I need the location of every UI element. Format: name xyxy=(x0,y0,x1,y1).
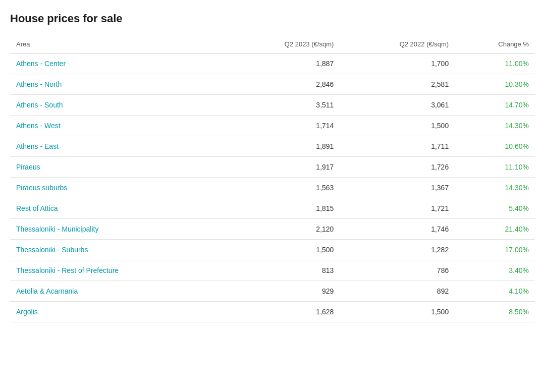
table-header-row: Area Q2 2023 (€/sqm) Q2 2022 (€/sqm) Cha… xyxy=(10,35,535,53)
q2-2023-cell: 1,714 xyxy=(225,116,340,136)
q2-2022-cell: 2,581 xyxy=(340,74,455,95)
area-cell[interactable]: Piraeus suburbs xyxy=(10,178,225,198)
change-cell: 14.30% xyxy=(455,178,535,198)
q2-2023-cell: 1,917 xyxy=(225,157,340,178)
table-row: Athens - South3,5113,06114.70% xyxy=(10,95,535,116)
table-row: Athens - East1,8911,71110.60% xyxy=(10,136,535,157)
change-cell: 10.60% xyxy=(455,136,535,157)
change-cell: 11.00% xyxy=(455,53,535,74)
q2-2023-cell: 1,815 xyxy=(225,198,340,219)
area-cell[interactable]: Athens - North xyxy=(10,74,225,95)
q2-2022-cell: 1,367 xyxy=(340,178,455,198)
q2-2023-cell: 1,628 xyxy=(225,302,340,322)
table-row: Thessaloniki - Rest of Prefecture8137863… xyxy=(10,260,535,281)
q2-2022-cell: 1,711 xyxy=(340,136,455,157)
q2-2022-cell: 1,500 xyxy=(340,116,455,136)
header-area: Area xyxy=(10,35,225,53)
header-change: Change % xyxy=(455,35,535,53)
page-title: House prices for sale xyxy=(10,12,535,25)
q2-2022-cell: 1,700 xyxy=(340,53,455,74)
area-cell[interactable]: Thessaloniki - Rest of Prefecture xyxy=(10,260,225,281)
q2-2023-cell: 929 xyxy=(225,281,340,302)
area-cell[interactable]: Athens - Center xyxy=(10,53,225,74)
q2-2022-cell: 1,721 xyxy=(340,198,455,219)
table-row: Athens - West1,7141,50014.30% xyxy=(10,116,535,136)
table-row: Thessaloniki - Suburbs1,5001,28217.00% xyxy=(10,240,535,260)
change-cell: 14.30% xyxy=(455,116,535,136)
table-row: Argolis1,6281,5008.50% xyxy=(10,302,535,322)
q2-2022-cell: 1,500 xyxy=(340,302,455,322)
area-cell[interactable]: Piraeus xyxy=(10,157,225,178)
table-row: Aetolia & Acarnania9298924.10% xyxy=(10,281,535,302)
change-cell: 4.10% xyxy=(455,281,535,302)
q2-2023-cell: 2,120 xyxy=(225,219,340,240)
q2-2023-cell: 1,891 xyxy=(225,136,340,157)
q2-2023-cell: 2,846 xyxy=(225,74,340,95)
change-cell: 5.40% xyxy=(455,198,535,219)
change-cell: 11.10% xyxy=(455,157,535,178)
table-row: Athens - Center1,8871,70011.00% xyxy=(10,53,535,74)
area-cell[interactable]: Rest of Attica xyxy=(10,198,225,219)
q2-2022-cell: 1,282 xyxy=(340,240,455,260)
header-q2-2023: Q2 2023 (€/sqm) xyxy=(225,35,340,53)
table-row: Rest of Attica1,8151,7215.40% xyxy=(10,198,535,219)
change-cell: 21.40% xyxy=(455,219,535,240)
header-q2-2022: Q2 2022 (€/sqm) xyxy=(340,35,455,53)
change-cell: 10.30% xyxy=(455,74,535,95)
change-cell: 3.40% xyxy=(455,260,535,281)
q2-2023-cell: 813 xyxy=(225,260,340,281)
change-cell: 8.50% xyxy=(455,302,535,322)
table-row: Athens - North2,8462,58110.30% xyxy=(10,74,535,95)
q2-2022-cell: 1,726 xyxy=(340,157,455,178)
q2-2022-cell: 786 xyxy=(340,260,455,281)
area-cell[interactable]: Thessaloniki - Suburbs xyxy=(10,240,225,260)
area-cell[interactable]: Aetolia & Acarnania xyxy=(10,281,225,302)
q2-2023-cell: 3,511 xyxy=(225,95,340,116)
q2-2022-cell: 3,061 xyxy=(340,95,455,116)
area-cell[interactable]: Athens - South xyxy=(10,95,225,116)
area-cell[interactable]: Thessaloniki - Municipality xyxy=(10,219,225,240)
table-row: Piraeus1,9171,72611.10% xyxy=(10,157,535,178)
area-cell[interactable]: Athens - East xyxy=(10,136,225,157)
q2-2023-cell: 1,500 xyxy=(225,240,340,260)
house-prices-table: Area Q2 2023 (€/sqm) Q2 2022 (€/sqm) Cha… xyxy=(10,35,535,322)
change-cell: 14.70% xyxy=(455,95,535,116)
change-cell: 17.00% xyxy=(455,240,535,260)
table-row: Thessaloniki - Municipality2,1201,74621.… xyxy=(10,219,535,240)
q2-2023-cell: 1,887 xyxy=(225,53,340,74)
table-row: Piraeus suburbs1,5631,36714.30% xyxy=(10,178,535,198)
q2-2022-cell: 892 xyxy=(340,281,455,302)
area-cell[interactable]: Athens - West xyxy=(10,116,225,136)
area-cell[interactable]: Argolis xyxy=(10,302,225,322)
q2-2022-cell: 1,746 xyxy=(340,219,455,240)
q2-2023-cell: 1,563 xyxy=(225,178,340,198)
